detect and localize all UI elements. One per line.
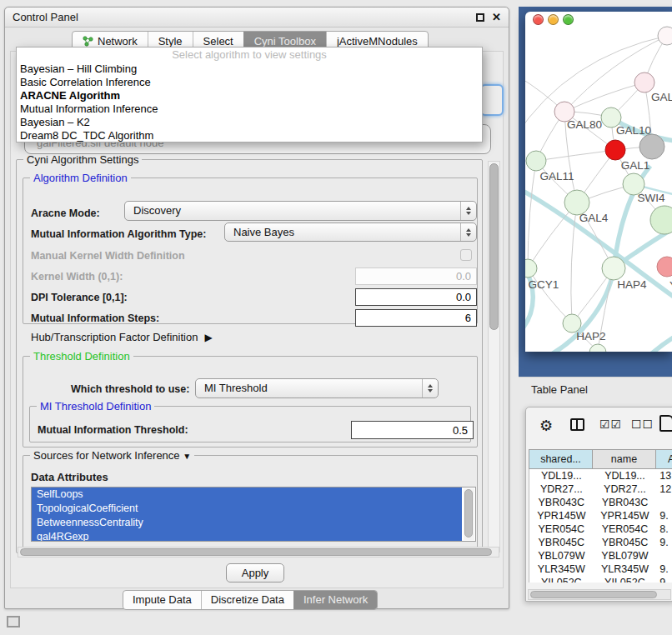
- dpi-tolerance-label: DPI Tolerance [0,1]:: [31, 292, 128, 303]
- kernel-width-input[interactable]: [355, 268, 477, 285]
- mi-type-combo[interactable]: Naive Bayes: [224, 222, 477, 242]
- deselect-all-checkboxes-icon[interactable]: ☐☐: [631, 418, 654, 431]
- hub-definition-expander[interactable]: Hub/Transcription Factor Definition ▶: [31, 331, 213, 343]
- expander-down-arrow-icon[interactable]: ▼: [183, 452, 191, 461]
- table-toolbar: ⚙ ☑☑ ☐☐: [526, 414, 672, 441]
- table-row[interactable]: YER054CYER054C8.: [529, 522, 672, 536]
- algorithm-option-dream8-dc-tdc-algorithm[interactable]: Dream8 DC_TDC Algorithm: [17, 129, 482, 142]
- list-scrollbar[interactable]: [464, 488, 474, 540]
- attribute-item-gal4rgexp[interactable]: gal4RGexp: [32, 530, 462, 542]
- table-cell: YLR345W: [594, 562, 657, 576]
- aracne-mode-label: Aracne Mode:: [31, 208, 100, 219]
- network-node-gal[interactable]: [634, 72, 654, 92]
- close-traffic-light-icon[interactable]: [533, 14, 544, 25]
- table-row[interactable]: YDL19...YDL19...13: [529, 469, 672, 482]
- combo-stepper-icon: [460, 223, 476, 241]
- table-cell: YER054C: [594, 522, 657, 536]
- manual-kernel-label: Manual Kernel Width Definition: [31, 250, 185, 262]
- algorithm-option-bayesian-hill-climbing[interactable]: Bayesian – Hill Climbing: [17, 62, 482, 76]
- table-cell: YDR27...: [529, 482, 594, 496]
- attribute-item-selfloops[interactable]: SelfLoops: [32, 488, 462, 502]
- algorithm-option-mutual-information-inference[interactable]: Mutual Information Inference: [17, 102, 482, 116]
- table-row[interactable]: YBR043CYBR043C: [529, 496, 672, 509]
- table-hscroll-thumb[interactable]: [530, 591, 657, 598]
- aracne-mode-combo[interactable]: Discovery: [124, 201, 477, 221]
- table-row[interactable]: YPR145WYPR145W9.: [529, 509, 672, 522]
- settings-horizontal-scrollbar[interactable]: [18, 547, 499, 558]
- network-node-hap4[interactable]: [602, 257, 625, 280]
- table-row[interactable]: YBL079WYBL079W: [529, 549, 672, 562]
- minimize-traffic-light-icon[interactable]: [548, 14, 559, 25]
- network-node-y[interactable]: [657, 257, 672, 277]
- threshold-definition-title: Threshold Definition: [30, 350, 133, 362]
- bottom-tab-discretize-data[interactable]: Discretize Data: [201, 591, 293, 609]
- table-function-icon[interactable]: [659, 415, 672, 432]
- float-window-icon[interactable]: [476, 13, 484, 22]
- table-body[interactable]: YDL19...YDL19...13YDR27...YDR27...12YBR0…: [529, 469, 672, 582]
- table-cell: YIL052C: [529, 576, 594, 582]
- network-canvas[interactable]: GALGAL80GAL10GAL1GAL11SWI4GAL4GCY1HAP4YH…: [525, 12, 672, 352]
- control-panel-window: Control Panel ✕ NetworkStyleSelectCyni T…: [4, 7, 509, 609]
- network-node-gal11[interactable]: [526, 151, 546, 171]
- algorithm-option-bayesian-k2[interactable]: Bayesian – K2: [17, 116, 482, 129]
- table-cell: YLR345W: [529, 562, 594, 576]
- attribute-item-betweennesscentrality[interactable]: BetweennessCentrality: [32, 516, 462, 530]
- table-cell: YER054C: [529, 522, 594, 536]
- network-node-gcy1[interactable]: [525, 259, 537, 278]
- which-threshold-value: MI Threshold: [204, 382, 268, 394]
- hub-definition-label: Hub/Transcription Factor Definition: [31, 331, 198, 343]
- algorithm-option-aracne-algorithm[interactable]: ARACNE Algorithm: [17, 89, 482, 102]
- which-threshold-combo[interactable]: MI Threshold: [195, 378, 439, 398]
- network-node[interactable]: [639, 134, 664, 159]
- network-node-gal1[interactable]: [605, 140, 625, 160]
- algorithm-definition-title: Algorithm Definition: [30, 172, 131, 184]
- mi-threshold-label: Mutual Information Threshold:: [38, 424, 188, 436]
- cyni-settings-group-title: Cyni Algorithm Settings: [23, 153, 142, 166]
- algorithm-option-basic-correlation-inference[interactable]: Basic Correlation Inference: [17, 76, 482, 89]
- network-node[interactable]: [658, 27, 672, 45]
- attribute-item-topologicalcoefficient[interactable]: TopologicalCoefficient: [32, 502, 462, 516]
- column-header-name[interactable]: name: [593, 449, 656, 469]
- control-panel-title: Control Panel: [13, 11, 78, 23]
- combo-stepper-icon: [460, 202, 476, 220]
- table-cell: YBR043C: [594, 496, 657, 509]
- network-icon: [83, 36, 93, 47]
- mi-threshold-definition-title: MI Threshold Definition: [37, 400, 154, 412]
- columns-icon[interactable]: [570, 418, 584, 431]
- list-scrollbar-thumb[interactable]: [464, 489, 473, 538]
- table-horizontal-scrollbar[interactable]: [528, 589, 671, 600]
- table-row[interactable]: YLR345WYLR345W9.: [529, 562, 672, 576]
- network-node[interactable]: [650, 206, 672, 234]
- settings-vscroll-thumb[interactable]: [489, 163, 499, 330]
- table-row[interactable]: YIL052CYIL052C9: [529, 576, 672, 582]
- close-icon[interactable]: ✕: [492, 11, 501, 23]
- zoom-traffic-light-icon[interactable]: [563, 14, 574, 25]
- column-header-partial[interactable]: A: [656, 449, 672, 469]
- focused-combo-fragment[interactable]: [480, 84, 504, 116]
- minimized-panel-icon[interactable]: [7, 616, 20, 628]
- table-cell: [656, 549, 672, 562]
- data-attributes-list[interactable]: SelfLoopsTopologicalCoefficientBetweenne…: [31, 487, 476, 542]
- dpi-tolerance-input[interactable]: [355, 288, 477, 306]
- column-header-shared-name[interactable]: shared...: [529, 449, 593, 469]
- node-label-gal11: GAL11: [539, 170, 574, 182]
- sources-group-title: Sources for Network Inference ▼: [30, 449, 194, 462]
- select-all-checkboxes-icon[interactable]: ☑☑: [599, 418, 622, 431]
- table-row[interactable]: YDR27...YDR27...12: [529, 482, 672, 496]
- table-cell: YBR043C: [529, 496, 594, 509]
- mi-threshold-input[interactable]: [351, 421, 474, 439]
- algorithm-dropdown-popup: Select algorithm to view settings Bayesi…: [16, 47, 483, 142]
- network-view-window[interactable]: GALGAL80GAL10GAL1GAL11SWI4GAL4GCY1HAP4YH…: [525, 12, 672, 352]
- gear-icon[interactable]: ⚙: [539, 417, 553, 435]
- settings-vertical-scrollbar[interactable]: [488, 161, 500, 552]
- data-attributes-label: Data Attributes: [31, 471, 108, 483]
- expander-right-arrow-icon: ▶: [204, 332, 212, 343]
- bottom-tab-infer-network[interactable]: Infer Network: [293, 591, 377, 609]
- manual-kernel-checkbox[interactable]: [460, 249, 472, 261]
- table-row[interactable]: YBR045CYBR045C9.: [529, 536, 672, 549]
- mi-steps-input[interactable]: [355, 309, 477, 327]
- settings-hscroll-thumb[interactable]: [20, 548, 492, 556]
- apply-button[interactable]: Apply: [226, 563, 284, 582]
- table-cell: YBR045C: [529, 536, 594, 549]
- bottom-tab-impute-data[interactable]: Impute Data: [123, 591, 201, 609]
